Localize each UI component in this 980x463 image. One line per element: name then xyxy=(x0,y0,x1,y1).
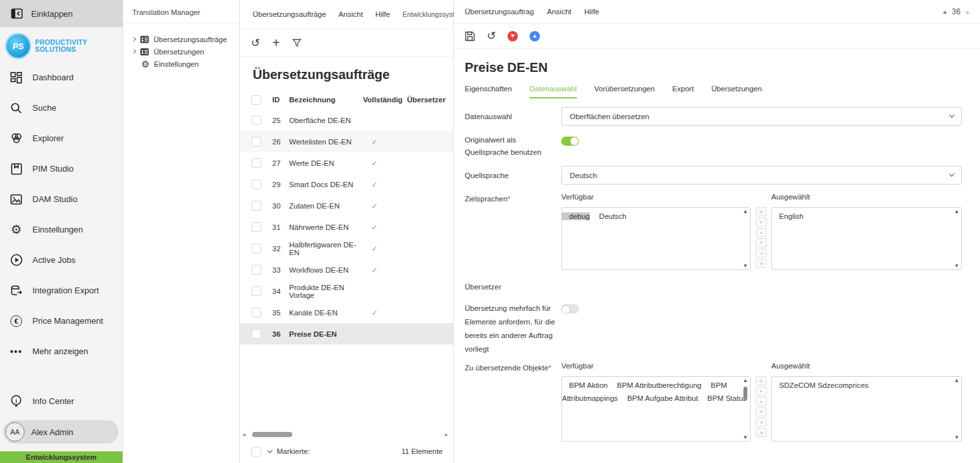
list-option[interactable]: debug xyxy=(562,212,590,220)
scroll-up-icon[interactable]: ▲ xyxy=(954,378,959,383)
scroll-down-icon[interactable]: ▼ xyxy=(743,263,748,269)
sidebar-item-mehr-anzeigen[interactable]: ••• Mehr anzeigen xyxy=(0,336,122,367)
tab-export[interactable]: Export xyxy=(672,85,694,98)
table-row[interactable]: 30 Zutaten DE-EN ✓ xyxy=(240,195,453,216)
user-menu[interactable]: AA Alex Admin xyxy=(3,420,119,444)
move-right-button[interactable]: ▸ xyxy=(756,387,767,396)
row-checkbox[interactable] xyxy=(251,308,261,317)
sidebar-item-dam-studio[interactable]: DAM Studio xyxy=(0,184,122,214)
save-button[interactable] xyxy=(465,31,475,41)
row-checkbox[interactable] xyxy=(251,222,261,232)
table-row[interactable]: 34 Produkte DE-EN Vorlage xyxy=(240,280,453,302)
scroll-right-icon[interactable]: ▸ xyxy=(445,431,448,438)
sidebar-item-pim-studio[interactable]: PIM Studio xyxy=(0,153,122,184)
column-header-bezeichnung[interactable]: Bezeichnung xyxy=(289,96,363,104)
scrollbar-thumb[interactable] xyxy=(743,387,747,400)
move-all-right-button[interactable]: ▸| xyxy=(756,376,767,385)
previous-record-icon[interactable]: ◂ xyxy=(943,8,946,16)
sidebar-item-price-management[interactable]: € Price Management xyxy=(0,306,122,336)
move-right-button[interactable]: ▸ xyxy=(756,218,767,227)
refresh-button[interactable]: ↺ xyxy=(251,38,260,49)
sidebar-item-einstellungen[interactable]: ⚙ Einstellungen xyxy=(0,214,122,245)
row-checkbox[interactable] xyxy=(251,158,261,168)
datenauswahl-select[interactable]: Oberflächen übersetzen xyxy=(561,107,962,126)
menu-ansicht[interactable]: Ansicht xyxy=(547,8,572,16)
tree-item-einstellungen[interactable]: ⚙ Einstellungen xyxy=(132,58,239,70)
scroll-up-icon[interactable]: ▲ xyxy=(743,209,748,214)
marked-checkbox[interactable] xyxy=(251,447,261,457)
row-checkbox[interactable] xyxy=(251,265,261,275)
row-checkbox[interactable] xyxy=(251,243,261,253)
horizontal-scrollbar[interactable]: ◂ ▸ xyxy=(242,431,448,438)
objekte-available-listbox[interactable]: BPM Aktion BPM Attributberechtigung BPM … xyxy=(561,376,751,442)
objekte-selected-listbox[interactable]: SDZeCOM Sdzecomprices ▲ ▼ xyxy=(771,376,962,442)
row-checkbox[interactable] xyxy=(251,115,261,125)
list-option[interactable]: English xyxy=(772,212,804,220)
row-checkbox[interactable] xyxy=(251,179,261,189)
move-all-left-button[interactable]: |◂ xyxy=(756,259,767,268)
move-down-button[interactable]: ▾ xyxy=(756,407,767,416)
table-row[interactable]: 26 Wertelisten DE-EN ✓ xyxy=(240,131,453,152)
add-button[interactable]: + xyxy=(272,36,280,49)
row-checkbox[interactable] xyxy=(251,329,261,339)
scroll-down-icon[interactable]: ▼ xyxy=(743,435,748,440)
tab-eigenschaften[interactable]: Eigenschaften xyxy=(465,85,512,98)
tree-item-uebersetzungen[interactable]: Übersetzungen xyxy=(132,45,239,58)
scrollbar-thumb[interactable] xyxy=(252,432,292,437)
move-all-right-button[interactable]: ▸| xyxy=(756,207,767,216)
list-option[interactable]: SDZeCOM Sdzecomprices xyxy=(772,381,869,389)
table-row[interactable]: 33 Workflows DE-EN ✓ xyxy=(240,259,453,280)
scroll-down-icon[interactable]: ▼ xyxy=(954,435,959,440)
move-all-left-button[interactable]: |◂ xyxy=(756,428,767,437)
chevron-right-icon[interactable] xyxy=(132,37,136,41)
next-record-icon[interactable]: ▸ xyxy=(966,8,970,16)
sidebar-item-integration-export[interactable]: Integration Export xyxy=(0,275,122,306)
table-row[interactable]: 27 Werte DE-EN ✓ xyxy=(240,152,453,174)
scroll-up-icon[interactable]: ▲ xyxy=(954,209,959,214)
list-option[interactable]: BPM Status xyxy=(700,394,747,402)
table-row[interactable]: 35 Kanäle DE-EN ✓ xyxy=(240,302,453,323)
download-button[interactable] xyxy=(508,31,518,41)
move-left-button[interactable]: ◂ xyxy=(756,249,767,258)
tab-uebersetzungen[interactable]: Übersetzungen xyxy=(711,85,762,98)
tree-item-uebersetzungsauftraege[interactable]: Übersetzungsaufträge xyxy=(132,33,239,45)
scroll-down-icon[interactable]: ▼ xyxy=(954,263,959,269)
sidebar-item-dashboard[interactable]: Dashboard xyxy=(0,62,122,93)
move-up-button[interactable]: ▴ xyxy=(756,397,767,406)
column-header-uebersetzer[interactable]: Übersetzer xyxy=(407,96,453,104)
originalwert-toggle[interactable] xyxy=(561,137,579,146)
upload-button[interactable] xyxy=(530,31,540,41)
sidebar-item-explorer[interactable]: Explorer xyxy=(0,123,122,153)
scroll-left-icon[interactable]: ◂ xyxy=(242,431,246,438)
row-checkbox[interactable] xyxy=(251,286,261,296)
row-checkbox[interactable] xyxy=(251,137,261,146)
move-left-button[interactable]: ◂ xyxy=(756,418,767,427)
quellsprache-select[interactable]: Deutsch xyxy=(561,166,962,185)
reload-button[interactable]: ↺ xyxy=(487,30,496,41)
menu-uebersetzungsauftrag[interactable]: Übersetzungsauftrag xyxy=(465,8,534,16)
filter-button[interactable] xyxy=(292,39,301,47)
move-up-button[interactable]: ▴ xyxy=(756,228,767,237)
chevron-right-icon[interactable] xyxy=(132,49,136,54)
list-option[interactable]: Deutsch xyxy=(592,212,626,220)
row-checkbox[interactable] xyxy=(251,201,261,210)
sidebar-item-active-jobs[interactable]: Active Jobs xyxy=(0,245,122,275)
table-row[interactable]: 31 Nährwerte DE-EN ✓ xyxy=(240,216,453,238)
list-option[interactable]: BPM Aktion xyxy=(562,381,607,389)
menu-ansicht[interactable]: Ansicht xyxy=(338,10,363,18)
scroll-up-icon[interactable]: ▲ xyxy=(743,378,748,383)
sidebar-item-info-center[interactable]: i Info Center xyxy=(0,386,122,416)
collapse-sidebar-button[interactable]: Einklappen xyxy=(0,0,122,27)
column-header-vollstaendig[interactable]: Vollständig xyxy=(363,96,407,104)
column-header-id[interactable]: ID xyxy=(272,96,289,104)
select-all-checkbox[interactable] xyxy=(251,95,261,105)
mehrfach-toggle[interactable] xyxy=(561,304,579,313)
sidebar-item-suche[interactable]: Suche xyxy=(0,93,122,123)
table-row[interactable]: 32 Halbfertigwaren DE-EN ✓ xyxy=(240,238,453,259)
brand-logo[interactable]: PS PRODUCTIVITY SOLUTIONS xyxy=(0,27,122,61)
zielsprachen-available-listbox[interactable]: debug Deutsch ▲ ▼ xyxy=(561,207,751,270)
tab-voruebersetzungen[interactable]: Vorübersetzungen xyxy=(594,85,655,98)
list-option[interactable]: BPM Attributberechtigung xyxy=(610,381,701,389)
chevron-down-icon[interactable] xyxy=(267,447,272,453)
table-row-selected[interactable]: 36 Preise DE-EN xyxy=(240,323,453,344)
